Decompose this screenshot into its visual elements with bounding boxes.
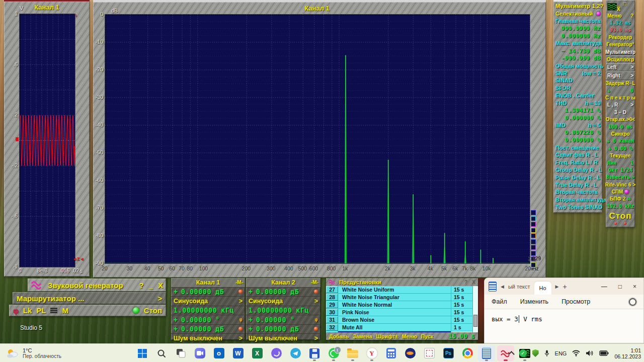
start-button[interactable]: Пуск (421, 333, 433, 339)
taskbar-yandex-button[interactable]: Y (363, 345, 380, 361)
taskbar-snip-button[interactable] (421, 345, 438, 361)
channel2-mode[interactable]: -М- (311, 280, 318, 285)
generator-titlebar[interactable]: Звуковой генератор ? _ X (28, 279, 166, 292)
preset-duration[interactable]: 15 s (451, 301, 473, 308)
preset-name[interactable]: Mute All (338, 324, 451, 331)
notepad-minimize-button[interactable]: — (601, 283, 607, 290)
control-row-Задерж R–L[interactable]: Задерж R–L (606, 80, 635, 87)
legend-swatch[interactable] (531, 245, 536, 250)
generator-router-menu-item[interactable]: Маршрутизатор ... > (13, 292, 166, 304)
control-row-93.0 ms[interactable]: 93.0 ms (606, 27, 635, 34)
control-row-СПМ[interactable]: СПМ (606, 188, 635, 195)
taskbar-word-button[interactable]: W (229, 345, 247, 361)
preset-name[interactable]: Pink Noise (338, 309, 451, 316)
preset-row-30[interactable]: 30Pink Noise15 s (326, 309, 473, 316)
channel1-noise-row[interactable]: Шум выключен> (171, 334, 245, 343)
legend-swatch[interactable] (531, 233, 536, 238)
control-row-Left[interactable]: Left> (606, 63, 635, 71)
control-row-+[interactable]: +0 (606, 87, 635, 94)
taskbar-start-button[interactable] (134, 345, 151, 361)
preset-number[interactable]: 30 (326, 309, 338, 316)
channel2-waveform-row[interactable]: Синусоида> (246, 297, 320, 306)
playlist-button[interactable]: PL (36, 306, 46, 315)
channel1-phase-row[interactable]: +0.00000°φ (171, 315, 245, 325)
control-row-С п е к т р ы[interactable]: С п е к т р ы (606, 94, 635, 101)
desktop-shortcut-studio[interactable]: Studio 5 (20, 324, 42, 331)
control-row-Синхро[interactable]: Синхро (606, 130, 635, 137)
tray-expand-button[interactable] (509, 350, 514, 356)
preset-duration[interactable]: 15 s (451, 309, 473, 316)
preset-duration[interactable]: 1 s (451, 324, 473, 331)
taskbar-calculator-button[interactable] (382, 345, 399, 361)
preset-number[interactable]: 32 (326, 324, 338, 331)
control-row-+ 0 канал[interactable]: + 0 канал (606, 138, 635, 145)
control-row-Генератор°[interactable]: Генератор° (606, 41, 635, 48)
trigger-level-marker[interactable] (16, 137, 19, 141)
taskbar-viber-button[interactable] (268, 345, 285, 361)
preset-name[interactable]: White Noise Triangular (338, 294, 451, 301)
channel1-level2-row[interactable]: +0.00000дБ (171, 325, 245, 334)
menu-icon[interactable] (50, 308, 57, 313)
shield-icon[interactable] (532, 349, 539, 357)
preset-number[interactable]: 29 (326, 301, 338, 308)
preset-number[interactable]: 27 (326, 286, 338, 293)
control-row-Текущее[interactable]: Текущее (606, 152, 635, 159)
control-row-1.32 ms[interactable]: 1.32 ms (606, 19, 635, 26)
control-row-Откр.вх.>0<[interactable]: Откр.вх.>0< (606, 116, 635, 123)
wifi-icon[interactable] (572, 350, 580, 356)
preset-row-28[interactable]: 28White Noise Triangular15 s (326, 294, 473, 301)
taskbar-photoshop-button[interactable]: Ps (440, 345, 457, 361)
taskbar-weather-widget[interactable]: 1°C Пер. облачность (0, 347, 97, 359)
control-row-+ 0.00 %[interactable]: + 0.00 % (606, 145, 635, 152)
legend-swatch[interactable] (531, 239, 536, 244)
control-row-Right[interactable]: Right> (606, 71, 635, 79)
control-row-Осциллогр[interactable]: Осциллогр (606, 55, 635, 63)
generator-minimize-button[interactable]: _ (149, 281, 153, 290)
taskbar-taskview-button[interactable] (172, 345, 189, 361)
preset-row-31[interactable]: 31Brown Noise15 s (326, 316, 473, 324)
notepad-maximize-button[interactable]: □ (618, 283, 622, 290)
taskbar-notepad-button[interactable] (478, 345, 495, 361)
clock[interactable]: 1:01 06.12.2023 (614, 347, 641, 359)
control-row-Окт 1/24[interactable]: Окт 1/24 (606, 166, 635, 173)
legend-swatch[interactable] (531, 210, 536, 215)
preset-name[interactable]: White Noise Normal (338, 301, 451, 308)
generator-close-button[interactable]: X (158, 281, 163, 290)
channel2-frequency-row[interactable]: 1.00000000кГц (246, 306, 320, 316)
tab-previous[interactable]: ый текст (508, 284, 530, 290)
menu-button[interactable]: Меню (402, 333, 417, 339)
legend-swatch[interactable] (531, 251, 536, 256)
control-row-192.0 kHz[interactable]: 192.0 kHz (606, 203, 635, 210)
scrollbar-thumb[interactable] (473, 315, 477, 327)
notepad-close-button[interactable]: × (633, 283, 636, 290)
taskbar-explorer-button[interactable] (344, 345, 361, 361)
new-tab-button[interactable]: + (563, 283, 567, 291)
generator-help-button[interactable]: ? (139, 281, 143, 290)
speaker-icon[interactable] (586, 350, 594, 356)
menu-view[interactable]: Просмотр (561, 298, 590, 305)
taskbar-outlook-button[interactable]: o (210, 345, 227, 361)
font-button[interactable]: Шрифт± (376, 333, 397, 339)
presets-scrollbar[interactable] (472, 286, 478, 332)
control-row-Меню[interactable]: Меню? (606, 12, 635, 19)
taskbar-chrome-button[interactable] (459, 345, 476, 361)
preset-duration[interactable]: 15 s (451, 316, 473, 323)
control-row-Rife-Vinc 6[interactable]: Rife-Vinc 6> (606, 181, 635, 188)
preset-row-27[interactable]: 27White Noise Uniform15 s (326, 286, 473, 294)
analyzer-window-buttons[interactable]: _ □ X (617, 1, 633, 12)
channel1-waveform-row[interactable]: Синусоида> (171, 297, 245, 306)
add-button[interactable]: Добавь (329, 333, 349, 339)
generator-stop-button[interactable]: Стоп (144, 306, 162, 315)
control-row-Мультиметр[interactable]: Мультиметр (606, 48, 635, 55)
taskbar-search-button[interactable] (153, 345, 170, 361)
channel2-noise-row[interactable]: Шум выключен> (246, 334, 320, 343)
preset-duration-value[interactable]: 15.00 s (449, 333, 475, 340)
preset-name[interactable]: Brown Noise (338, 316, 451, 323)
channel1-frequency-row[interactable]: 1.00000000кГц (171, 306, 245, 316)
preset-name[interactable]: White Noise Uniform (338, 286, 451, 293)
presets-help-button[interactable]: ? (464, 280, 467, 285)
channel2-phase-row[interactable]: +0.00000°φ (246, 315, 320, 325)
legend-swatch[interactable] (531, 222, 536, 227)
taskbar-excel-button[interactable]: X (249, 345, 266, 361)
antivirus-ok-icon[interactable]: ✓ (519, 349, 527, 357)
